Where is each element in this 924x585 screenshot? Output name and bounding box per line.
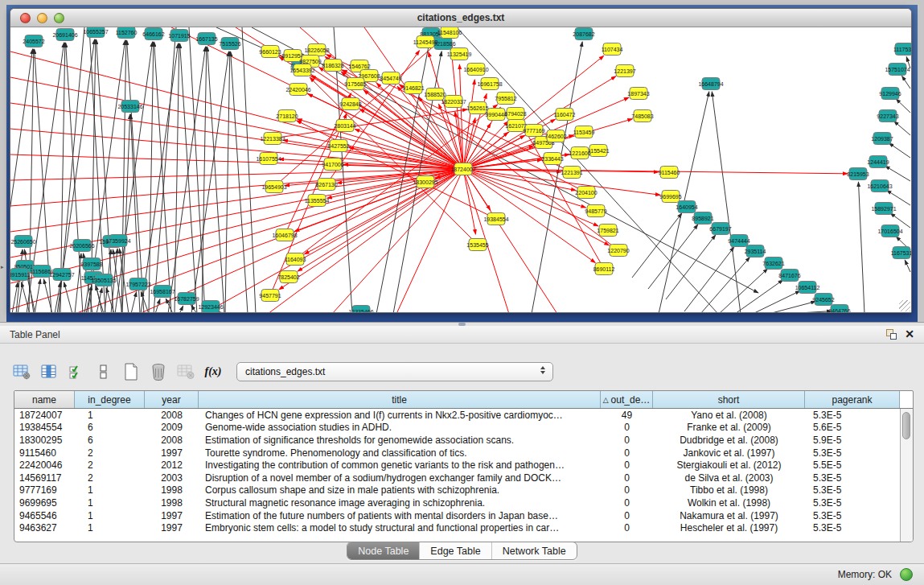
cell-year[interactable]: 1997 bbox=[145, 522, 199, 534]
graph-node[interactable]: 9660123 bbox=[259, 46, 281, 58]
cell-short[interactable]: Dudbridge et al. (2008) bbox=[653, 435, 805, 446]
graph-node[interactable]: 12942757 bbox=[49, 269, 74, 281]
graph-node[interactable]: 12213383 bbox=[260, 133, 285, 145]
graph-node[interactable]: 16958167 bbox=[150, 286, 175, 298]
cell-short[interactable]: Yano et al. (2008) bbox=[653, 410, 805, 421]
cell-name[interactable]: 9115460 bbox=[14, 447, 75, 459]
graph-node[interactable]: 9227343 bbox=[877, 110, 898, 122]
graph-node[interactable]: 9699695 bbox=[659, 191, 681, 203]
tab-node-table[interactable]: Node Table bbox=[347, 542, 419, 559]
delete-column-trash-icon[interactable] bbox=[148, 361, 169, 382]
graph-node[interactable]: 1221600 bbox=[569, 147, 590, 159]
graph-node[interactable]: 20691406 bbox=[52, 29, 77, 41]
network-graph-svg[interactable]: 2405572206914061065525711527606466162107… bbox=[10, 27, 911, 312]
graph-node[interactable]: 2204100 bbox=[575, 187, 597, 199]
cell-title[interactable]: Estimation of the future numbers of pati… bbox=[199, 510, 601, 521]
graph-node[interactable]: 2405572 bbox=[23, 35, 44, 47]
graph-node[interactable]: 9474444 bbox=[728, 235, 749, 247]
table-row[interactable]: 1830029562008Estimation of significance … bbox=[14, 434, 900, 447]
graph-node[interactable]: 7825402 bbox=[277, 271, 299, 283]
table-row[interactable]: 911546021997Tourette syndrome. Phenomeno… bbox=[14, 447, 900, 459]
graph-node[interactable]: 12923446 bbox=[198, 301, 223, 313]
graph-node[interactable]: 9115460 bbox=[659, 167, 680, 179]
graph-node[interactable]: 9242848 bbox=[339, 98, 361, 110]
float-panel-icon[interactable] bbox=[886, 329, 897, 340]
cell-short[interactable]: Franke et al. (2009) bbox=[653, 422, 805, 433]
graph-node[interactable]: 8454749 bbox=[380, 72, 401, 84]
cell-in_degree[interactable]: 6 bbox=[75, 435, 145, 446]
table-settings-icon[interactable] bbox=[11, 361, 32, 382]
graph-node[interactable]: 11548106 bbox=[437, 27, 462, 39]
graph-node[interactable]: 19654903 bbox=[261, 181, 286, 193]
cell-year[interactable]: 1997 bbox=[145, 510, 199, 521]
graph-node[interactable]: 1153459 bbox=[573, 126, 595, 138]
graph-node[interactable]: 3915911 bbox=[10, 269, 30, 281]
cell-short[interactable]: Wolkin et al. (1998) bbox=[653, 497, 805, 509]
graph-node[interactable]: 10654112 bbox=[795, 282, 820, 294]
graph-node[interactable]: 16648794 bbox=[698, 78, 723, 90]
graph-node[interactable]: 7632621 bbox=[762, 257, 784, 270]
graph-node[interactable]: 9146821 bbox=[402, 82, 424, 94]
cell-out_de[interactable]: 0 bbox=[601, 472, 653, 484]
cell-out_de[interactable]: 0 bbox=[601, 522, 653, 534]
cell-title[interactable]: Genome-wide association studies in ADHD. bbox=[199, 422, 601, 433]
graph-node[interactable]: 6679197 bbox=[709, 223, 731, 235]
graph-node[interactable]: 1107434 bbox=[602, 43, 623, 56]
cell-year[interactable]: 2008 bbox=[145, 410, 199, 421]
graph-node[interactable]: 11245498 bbox=[413, 36, 438, 48]
cell-out_de[interactable]: 0 bbox=[601, 447, 653, 459]
graph-node[interactable]: 8267130 bbox=[315, 179, 337, 191]
table-row[interactable]: 946362711997Embryonic stem cells: a mode… bbox=[14, 521, 900, 534]
cell-out_de[interactable]: 0 bbox=[601, 422, 653, 433]
graph-node[interactable]: 1117534 bbox=[893, 43, 911, 56]
cell-name[interactable]: 18724007 bbox=[14, 410, 75, 421]
graph-node[interactable]: 15751074 bbox=[885, 64, 910, 76]
cell-name[interactable]: 19384554 bbox=[14, 422, 75, 433]
select-all-icon[interactable] bbox=[66, 361, 87, 382]
graph-node[interactable]: 16782759 bbox=[174, 293, 199, 305]
graph-node[interactable]: 15892971 bbox=[871, 203, 896, 215]
graph-node[interactable]: 19384554 bbox=[483, 213, 508, 225]
column-header-out_de[interactable]: △out_de… bbox=[601, 391, 653, 408]
cell-name[interactable]: 9699695 bbox=[14, 497, 75, 509]
cell-name[interactable]: 9465546 bbox=[14, 510, 75, 521]
graph-node[interactable]: 13505135 bbox=[91, 274, 116, 286]
cell-in_degree[interactable]: 2 bbox=[75, 459, 145, 471]
network-window[interactable]: citations_edges.txt 24055722069140610655… bbox=[10, 8, 912, 313]
graph-node[interactable]: 7462602 bbox=[544, 130, 566, 142]
function-builder-icon[interactable]: f(x) bbox=[203, 361, 224, 382]
cell-pagerank[interactable]: 5.6E-5 bbox=[805, 422, 900, 433]
cell-name[interactable]: 18300295 bbox=[14, 435, 75, 446]
cell-name[interactable]: 22420046 bbox=[14, 459, 75, 471]
graph-node[interactable]: 16046798 bbox=[272, 229, 297, 241]
graph-node[interactable]: 16543392 bbox=[290, 64, 314, 76]
cell-pagerank[interactable]: 5.9E-5 bbox=[805, 435, 900, 446]
network-canvas[interactable]: 2405572206914061065525711527606466162107… bbox=[10, 27, 911, 312]
graph-node[interactable]: 9485779 bbox=[585, 205, 606, 217]
graph-node[interactable]: 1164093 bbox=[285, 253, 306, 266]
graph-node[interactable]: 16961758 bbox=[477, 78, 502, 90]
graph-node[interactable]: 7515526 bbox=[219, 38, 240, 50]
graph-node[interactable]: 1209387 bbox=[871, 133, 893, 145]
table-row[interactable]: 1938455462009Genome-wide association stu… bbox=[14, 422, 900, 435]
graph-node[interactable]: 17957223 bbox=[125, 278, 150, 290]
graph-node[interactable]: 9397588 bbox=[80, 258, 102, 270]
graph-node[interactable]: 11325419 bbox=[447, 48, 472, 60]
network-window-titlebar[interactable]: citations_edges.txt bbox=[10, 9, 911, 27]
cell-title[interactable]: Investigating the contribution of common… bbox=[199, 459, 601, 471]
cell-short[interactable]: Tibbo et al. (1998) bbox=[653, 484, 805, 496]
graph-node[interactable]: 2087682 bbox=[573, 28, 594, 40]
graph-node[interactable]: 1897343 bbox=[627, 88, 649, 100]
graph-node[interactable]: 8215953 bbox=[847, 168, 869, 180]
cell-title[interactable]: Embryonic stem cells: a model to study s… bbox=[199, 522, 601, 534]
graph-node[interactable]: 22420046 bbox=[285, 84, 310, 96]
graph-node[interactable]: 16210643 bbox=[867, 180, 892, 192]
cell-in_degree[interactable]: 1 bbox=[75, 410, 145, 421]
table-row[interactable]: 1456911722003Disruption of a novel membe… bbox=[14, 472, 900, 484]
graph-node[interactable]: 8690112 bbox=[593, 263, 615, 275]
cell-short[interactable]: Hescheler et al. (1997) bbox=[653, 522, 805, 534]
graph-node[interactable]: 17359924 bbox=[105, 235, 130, 247]
cell-in_degree[interactable]: 1 bbox=[75, 497, 145, 509]
graph-node[interactable]: 1220790 bbox=[607, 245, 629, 257]
graph-node[interactable]: 1759821 bbox=[597, 225, 618, 237]
